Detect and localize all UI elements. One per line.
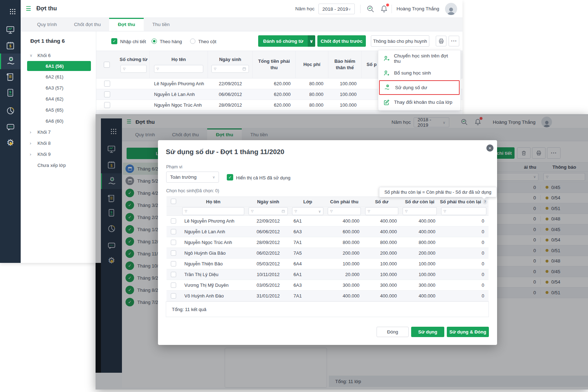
student-row[interactable]: Vương Thị Mỹ Duyên 03/05/2012 6A3 300.00… (167, 280, 489, 291)
nav-collection[interactable]: $ (0, 54, 21, 69)
chevron-down-icon: ∨ (30, 53, 37, 58)
hand-coin-icon: $ (6, 56, 16, 67)
student-row[interactable]: Lê Nguyễn Phương Anh 22/09/2012 6A1 400.… (167, 216, 489, 226)
nav-receipts[interactable] (0, 69, 21, 85)
tab[interactable]: Đợt thu (109, 18, 144, 31)
class-item[interactable]: 6A3 (57) (21, 82, 96, 93)
row-checkbox[interactable] (171, 261, 176, 266)
filter-so-du-con-lai[interactable]: ▽ (403, 207, 437, 215)
class-item[interactable]: 6A4 (62) (21, 93, 96, 105)
cell-hoc-phi: 80.000 (296, 102, 328, 108)
tab[interactable]: Chốt đợt thu (66, 18, 109, 31)
nav-reports[interactable] (0, 103, 21, 118)
student-row[interactable]: Nguyễn Thiện Bảo 05/03/2012 6A4 100.000 … (167, 259, 489, 269)
student-row[interactable]: Nguyễn Ngọc Trúc Anh 28/09/2012 7A1 800.… (167, 237, 489, 248)
modal-table-header: Họ tên Ngày sinh Lớp Còn phải thu Số dư … (167, 197, 489, 207)
row-checkbox[interactable] (104, 91, 110, 97)
cell-so-du-con-lai: 400.000 (400, 293, 439, 299)
class-item[interactable]: 6A2 (61) (21, 71, 96, 82)
row-checkbox[interactable] (171, 229, 176, 234)
by-row-radio[interactable] (152, 39, 157, 44)
select-all-checkbox[interactable] (104, 62, 110, 68)
use-balance-modal: ✕ Sử dụng số dư - Đợt 1 tháng 11/2020 Ph… (158, 140, 497, 345)
app-launcher-button[interactable] (0, 2, 21, 16)
cell-con-phai-thu: 400.000 (326, 218, 363, 224)
filter-con-phai-thu[interactable]: ▽ (328, 207, 361, 215)
menu-item-use-balance[interactable]: $ Sử dụng số dư (379, 80, 460, 95)
notifications-button[interactable] (379, 4, 389, 14)
hand-coin-icon: $ (384, 84, 391, 91)
partial-row (96, 111, 462, 114)
filter-ho-ten[interactable]: ▽ (182, 207, 244, 215)
student-row[interactable]: Ngô Huỳnh Gia Bảo 06/02/2012 7A5 200.000… (167, 248, 489, 259)
scope-select[interactable]: Toàn trường ∨ (166, 172, 219, 183)
cell-so-phai-thu-con-lai: 0 (439, 261, 489, 266)
filter-so-du[interactable]: ▽ (365, 207, 398, 215)
cell-so-du: 100.000 (363, 261, 400, 266)
monitor-icon (5, 25, 15, 35)
nav-settings[interactable]: ⚙ (0, 135, 21, 151)
menu-item-label: Chuyển học sinh trên đợt thu (394, 53, 455, 64)
tab[interactable]: Thu tiền (144, 18, 178, 31)
use-button[interactable]: Sử dụng (411, 327, 444, 337)
by-col-radio[interactable] (190, 39, 195, 44)
row-checkbox[interactable] (171, 293, 176, 299)
filter-so-phai-thu-con-lai[interactable]: ▽ (441, 207, 486, 215)
close-previous-period-button[interactable]: Chốt đợt thu trước (317, 35, 366, 47)
show-used-checkbox[interactable]: ✓ (227, 174, 233, 180)
class-item[interactable]: 6A1 (56) (27, 61, 91, 71)
class-item[interactable]: 6A6 (60) (21, 116, 96, 127)
school-year-select[interactable]: 2018 - 2019 ∨ (318, 4, 355, 14)
cell-so-du-con-lai: 400.000 (400, 218, 439, 224)
cell-lop: 7A1 (290, 240, 326, 245)
nav-dashboard[interactable] (0, 22, 21, 38)
printer-icon (438, 38, 444, 44)
more-actions-button[interactable]: ••• (449, 36, 459, 46)
print-button[interactable] (436, 36, 446, 46)
filter-ho-ten[interactable]: ▽ (154, 65, 204, 73)
notify-parents-button[interactable]: Thông báo cho phụ huynh (371, 35, 429, 47)
row-checkbox[interactable] (104, 102, 110, 108)
number-vouchers-button[interactable]: Đánh số chứng từ ∨ (258, 35, 315, 47)
row-checkbox[interactable] (171, 250, 176, 256)
tree-group[interactable]: › Khối 7 (21, 127, 96, 138)
detail-checkbox[interactable]: ✓ (111, 38, 117, 44)
filter-ngay-sinh[interactable]: ▽ (249, 207, 288, 215)
nav-fee-schedule[interactable]: $ (0, 38, 21, 54)
row-checkbox[interactable] (171, 218, 176, 224)
show-used-label: Hiển thị cả HS đã sử dụng (236, 175, 291, 180)
tree-group[interactable]: › Khối 8 (21, 138, 96, 149)
menu-item-add-students[interactable]: Bổ sung học sinh (378, 66, 460, 80)
cell-ngay-sinh: 28/09/2012 (208, 102, 253, 108)
nav-invoices[interactable]: $ (0, 85, 21, 101)
class-item[interactable]: 6A5 (65) (21, 105, 96, 116)
chevron-down-icon[interactable]: ∨ (308, 35, 315, 47)
row-checkbox[interactable] (171, 272, 176, 277)
select-all-checkbox[interactable] (171, 199, 176, 204)
tree-item-unassigned[interactable]: Chưa xếp lớp (21, 160, 96, 171)
row-checkbox[interactable] (171, 240, 176, 245)
row-checkbox[interactable] (171, 282, 176, 288)
row-checkbox[interactable] (104, 81, 110, 87)
menu-toggle-icon[interactable]: ☰ (26, 6, 31, 12)
cell-ngay-sinh: 05/03/2012 (246, 261, 290, 266)
close-button[interactable]: Đóng (377, 327, 409, 337)
student-row[interactable]: Nguyễn Lê Lan Anh 06/06/2012 6A3 600.000… (167, 226, 489, 237)
student-row[interactable]: Võ Huỳnh Anh Đào 31/01/2012 7A1 400.000 … (167, 291, 489, 301)
help-icon[interactable]: ? (482, 199, 487, 204)
menu-item-move-students[interactable]: Chuyển học sinh trên đợt thu (378, 51, 460, 66)
tree-group[interactable]: › Khối 9 (21, 149, 96, 160)
filter-ngay-sinh[interactable]: ▽ (211, 65, 249, 73)
use-and-close-button[interactable]: Sử dụng & Đóng (447, 327, 489, 337)
nav-messages[interactable] (0, 119, 21, 135)
search-analytics-button[interactable] (366, 4, 375, 14)
tree-group-khoi6[interactable]: ∨ Khối 6 (21, 50, 96, 61)
menu-item-change-fees[interactable]: Thay đổi khoản thu của lớp (378, 95, 460, 110)
student-row[interactable]: Trần Thị Lý Diệu 10/11/2012 6A1 20.000 1… (167, 269, 489, 280)
filter-lop[interactable]: ▽∨ (292, 207, 323, 215)
chevron-down-icon: ∨ (348, 7, 351, 11)
avatar[interactable] (445, 3, 457, 15)
tab[interactable]: Quy trình (29, 18, 66, 31)
filter-so-chung-tu[interactable]: ▽ (121, 65, 147, 73)
close-icon[interactable]: ✕ (486, 144, 494, 152)
